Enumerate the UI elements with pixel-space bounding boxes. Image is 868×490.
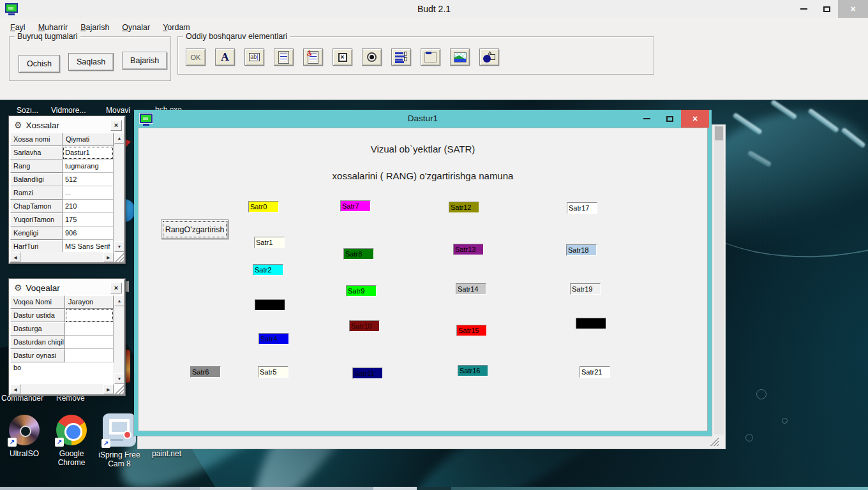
property-name-cell[interactable]: ChapTamon [10, 200, 63, 213]
tool-shapes[interactable] [479, 48, 499, 66]
event-value-cell[interactable] [65, 336, 114, 349]
property-name-cell[interactable]: Balandligi [10, 173, 63, 186]
voqealar-titlebar[interactable]: ⚙ Voqealar × [10, 280, 124, 295]
bubble [745, 434, 753, 442]
dastur1-titlebar[interactable]: Dastur1 × [134, 110, 712, 128]
menu-item-muharrir[interactable]: Muharrir [38, 23, 68, 32]
property-value-cell[interactable]: MS Sans Serif [63, 240, 114, 252]
gear-icon: ⚙ [14, 121, 22, 130]
property-name-cell[interactable]: Sarlavha [10, 146, 63, 160]
property-value-cell[interactable]: ... [63, 186, 114, 200]
xossalar-titlebar[interactable]: ⚙ Xossalar × [10, 117, 124, 133]
tool-listview[interactable] [391, 48, 411, 66]
command-button-ochish[interactable]: Ochish [19, 55, 60, 73]
property-value-cell[interactable]: tugmarang [63, 160, 114, 173]
column-header[interactable]: Jarayon [65, 295, 114, 309]
xossalar-vscrollbar[interactable]: ▲ ▼ [114, 133, 124, 252]
dastur1-window: Dastur1 × Vizual ob`yektlar (SATR) xossa… [134, 110, 712, 436]
scroll-right-icon[interactable]: ▶ [103, 252, 114, 262]
scroll-up-icon[interactable]: ▲ [114, 133, 124, 144]
desktop-icon-ultraiso[interactable]: ↗ UltraISO [2, 415, 47, 458]
tool-ok-button[interactable]: OK [186, 48, 206, 66]
frame-tool-icon [424, 52, 437, 63]
event-value-cell[interactable] [65, 309, 114, 322]
property-value-cell[interactable]: 906 [63, 226, 114, 240]
close-button[interactable]: × [838, 0, 868, 18]
scroll-left-icon[interactable]: ◀ [10, 384, 20, 394]
satr-label-satr13: Satr13 [453, 244, 484, 255]
menu-item-fayl[interactable]: Fayl [10, 23, 26, 32]
command-buttons-groupbox: Buyruq tugmalari OchishSaqlashBajarish [9, 36, 171, 81]
menu-item-yordam[interactable]: Yordam [163, 23, 190, 32]
event-value-cell[interactable] [65, 349, 114, 362]
event-name-cell[interactable]: Dasturga kirilgan [10, 322, 65, 336]
bubble [756, 389, 767, 399]
close-icon[interactable]: × [110, 283, 122, 293]
tool-listbox[interactable] [274, 48, 294, 66]
dastur-heading-1: Vizual ob`yektlar (SATR) [138, 144, 707, 154]
satr-label-satr11: Satr11 [352, 368, 383, 379]
scroll-down-icon[interactable]: ▼ [114, 373, 124, 384]
event-name-cell[interactable]: Dastur oynasi bo [10, 349, 65, 362]
tool-checkbox[interactable]: × [333, 48, 352, 66]
event-name-cell[interactable]: Dasturdan chiqil [10, 336, 65, 349]
command-button-saqlash[interactable]: Saqlash [68, 53, 114, 71]
property-value-cell[interactable]: 210 [63, 200, 114, 213]
listview-tool-icon [395, 52, 407, 63]
scrollbar-thumb[interactable] [715, 126, 723, 140]
menu-item-bajarish[interactable]: Bajarish [80, 23, 109, 32]
groupbox-title: Oddiy boshqaruv elementlari [183, 32, 290, 41]
tool-radiobutton[interactable] [362, 48, 382, 66]
desktop-icon-google-chrome[interactable]: ↗ Google Chrome [49, 415, 94, 467]
tool-label[interactable]: A [215, 48, 235, 66]
desktop-label-movavi[interactable]: Movavi [106, 106, 130, 115]
background-window-scrollbar[interactable] [714, 126, 724, 434]
voqealar-vscrollbar[interactable]: ▲ ▼ [114, 295, 124, 384]
tool-textbox[interactable]: ab| [244, 48, 264, 66]
menu-bar: FaylMuharrirBajarishOynalarYordam [0, 18, 868, 34]
taskbar[interactable] [0, 487, 868, 490]
tool-richtext[interactable]: A [303, 48, 323, 66]
scroll-down-icon[interactable]: ▼ [114, 241, 124, 252]
scroll-up-icon[interactable]: ▲ [114, 295, 124, 306]
xossalar-hscrollbar[interactable]: ◀ ▶ [10, 252, 114, 262]
event-row: Dastur oynasi bo [10, 349, 114, 362]
property-value-cell[interactable]: 512 [63, 173, 114, 186]
event-value-cell[interactable] [65, 322, 114, 336]
command-button-bajarish[interactable]: Bajarish [122, 52, 167, 70]
column-header[interactable]: Xossa nomi [10, 133, 63, 146]
menu-item-oynalar[interactable]: Oynalar [122, 23, 150, 32]
property-value-cell[interactable]: Dastur1 [63, 146, 114, 160]
shapes-tool-icon [483, 52, 496, 63]
desktop-label-sozi[interactable]: Sozı... [17, 106, 38, 115]
image-tool-icon [454, 52, 467, 63]
maximize-button[interactable] [658, 110, 681, 128]
column-header[interactable]: Qiymati [63, 133, 114, 146]
property-name-cell[interactable]: Ramzi [10, 186, 63, 200]
minimize-button[interactable] [792, 0, 815, 18]
resize-grip[interactable] [709, 437, 719, 446]
event-name-cell[interactable]: Dastur ustida sic [10, 309, 65, 322]
property-name-cell[interactable]: HarfTuri [10, 240, 63, 252]
desktop-label-vidmore[interactable]: Vidmore... [51, 106, 86, 115]
rang-ozgartirish-button[interactable]: RangO'zgartirish [161, 219, 228, 239]
resize-grip[interactable] [114, 384, 124, 394]
property-value-cell[interactable]: 175 [63, 213, 114, 226]
tool-image[interactable] [450, 48, 470, 66]
shortcut-arrow-icon: ↗ [55, 438, 64, 447]
minimize-button[interactable] [635, 110, 658, 128]
maximize-button[interactable] [815, 0, 838, 18]
tool-frame[interactable] [421, 48, 440, 66]
resize-grip[interactable] [114, 252, 124, 262]
close-button[interactable]: × [681, 110, 709, 128]
property-name-cell[interactable]: Kengligi [10, 226, 63, 240]
column-header[interactable]: Voqea Nomi [10, 295, 65, 309]
voqealar-hscrollbar[interactable]: ◀ ▶ [10, 384, 114, 394]
property-name-cell[interactable]: YuqoriTamon [10, 213, 63, 226]
property-name-cell[interactable]: Rang [10, 160, 63, 173]
budt-titlebar[interactable]: Budt 2.1 × [0, 0, 868, 18]
close-icon[interactable]: × [110, 120, 122, 131]
scroll-left-icon[interactable]: ◀ [10, 252, 20, 262]
command-buttons-row: OchishSaqlashBajarish [10, 37, 170, 73]
scroll-right-icon[interactable]: ▶ [103, 384, 114, 394]
